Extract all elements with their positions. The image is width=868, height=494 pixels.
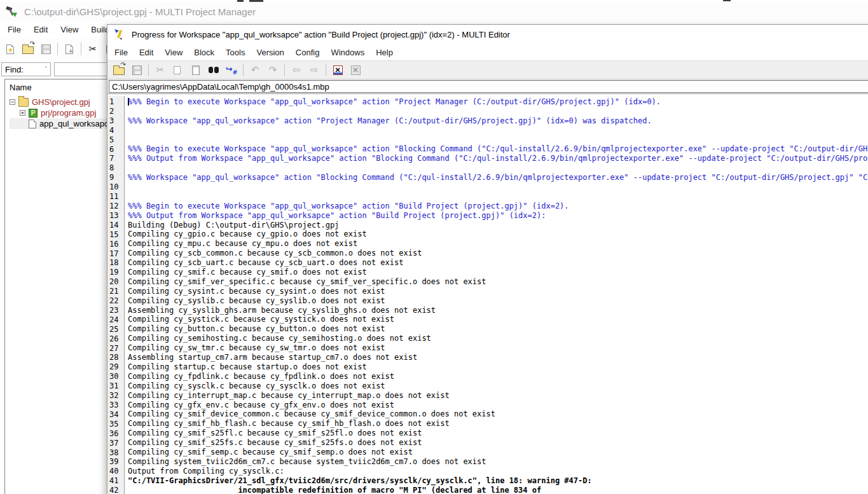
line-number: 3 xyxy=(109,116,124,126)
new-file-button[interactable]: ★ xyxy=(3,41,18,57)
line-number: 36 xyxy=(109,429,124,439)
open-file-button[interactable] xyxy=(111,62,127,78)
output-line: Compiling cy_smif_semp.c because cy_smif… xyxy=(128,448,868,457)
goto-line-button[interactable]: ↪# xyxy=(224,62,239,78)
line-number: 4 xyxy=(109,126,124,135)
cut-button[interactable]: ✂ xyxy=(85,41,100,57)
save-button[interactable] xyxy=(129,62,144,78)
output-line: Compiling cy_interrupt_map.c because cy_… xyxy=(128,391,868,401)
output-line: Compiling system_tviic2d6m_cm7.c because… xyxy=(128,457,868,467)
line-number: 2 xyxy=(109,107,124,116)
close-file-icon: ✕ xyxy=(333,65,343,75)
collapse-icon[interactable]: − xyxy=(10,99,15,105)
line-number: 28 xyxy=(109,353,124,362)
output-line xyxy=(128,126,868,135)
star-icon: ★ xyxy=(8,47,13,53)
redo-icon: ↷ xyxy=(269,65,277,75)
find-button[interactable] xyxy=(206,62,221,78)
multi-editor-icon xyxy=(113,28,126,41)
editor-toolbar: ✂↪#↶↷⇦⇨✕✕ xyxy=(107,60,868,79)
save-button[interactable] xyxy=(38,41,53,57)
output-line: Compiling cy_mpu.c because cy_mpu.o does… xyxy=(128,239,868,249)
output-line xyxy=(128,182,868,192)
file-path-input[interactable] xyxy=(109,80,868,93)
line-number: 11 xyxy=(109,192,124,202)
output-line: Compiling cy_sysint.c because cy_sysint.… xyxy=(128,287,868,296)
toolbar-separator xyxy=(57,43,58,55)
output-line: Compiling cy_sysclk.c because cy_sysclk.… xyxy=(128,381,868,391)
line-number: 7 xyxy=(109,154,124,163)
back-arrow-icon: ⇦ xyxy=(293,65,301,75)
find-dropdown[interactable]: Find: ˇ xyxy=(1,62,51,76)
menu-view[interactable]: View xyxy=(54,22,85,37)
back-button[interactable]: ⇦ xyxy=(289,62,304,78)
output-line: Compiling cy_sw_tmr.c because cy_sw_tmr.… xyxy=(128,343,868,353)
line-number: 10 xyxy=(109,182,124,192)
menu-block[interactable]: Block xyxy=(188,45,220,60)
menu-file[interactable]: File xyxy=(109,45,134,60)
line-number: 13 xyxy=(109,211,124,221)
chevron-down-icon: ˇ xyxy=(45,66,47,73)
close-file-button[interactable]: ✕ xyxy=(330,62,345,78)
output-line: Compiling cy_smif_s25fl.c because cy_smi… xyxy=(128,429,868,438)
output-line: %%% Workspace "app_qul_worksapce" action… xyxy=(128,173,868,182)
toolbar-separator xyxy=(326,64,326,76)
menu-tools[interactable]: Tools xyxy=(220,45,251,60)
project-manager-titlebar[interactable]: C:\output-dir\GHS\project.gpj - MULTI Pr… xyxy=(0,2,868,21)
output-line: Compiling cy_button.c because cy_button.… xyxy=(128,324,868,334)
close-all-icon: ✕ xyxy=(351,65,361,75)
line-number: 16 xyxy=(109,240,124,249)
menu-edit[interactable]: Edit xyxy=(134,45,159,60)
output-line: %%% Begin to execute Workspace "app_qul_… xyxy=(128,144,868,154)
goto-line-icon: ↪# xyxy=(226,64,237,76)
menu-help[interactable]: Help xyxy=(370,45,399,60)
line-number: 34 xyxy=(109,410,124,420)
editor-titlebar[interactable]: Progress for Workspace "app_qul_worksapc… xyxy=(107,25,868,44)
line-number: 35 xyxy=(109,420,124,429)
line-number: 39 xyxy=(109,457,124,467)
add-file-button[interactable]: + xyxy=(62,41,77,57)
save-icon xyxy=(132,65,142,75)
folder-icon xyxy=(18,98,29,107)
toolbar-separator xyxy=(284,64,285,76)
output-line: Assembling cy_syslib_ghs.arm because cy_… xyxy=(128,306,868,315)
output-line: Compiling cy_fpdlink.c because cy_fpdlin… xyxy=(128,372,868,381)
line-number: 17 xyxy=(109,249,124,259)
line-number: 23 xyxy=(109,306,124,315)
tree-item-label: GHS\project.gpj xyxy=(32,97,90,107)
menu-file[interactable]: File xyxy=(1,22,27,37)
line-number: 40 xyxy=(109,467,124,476)
cut-button[interactable]: ✂ xyxy=(153,62,168,78)
line-number: 20 xyxy=(109,277,124,287)
open-project-button[interactable] xyxy=(20,41,36,57)
build-output-text[interactable]: %%% Begin to execute Workspace "app_qul_… xyxy=(125,96,868,494)
redo-button[interactable]: ↷ xyxy=(265,62,280,78)
output-line: Compiling cy_scb_uart.c because cy_scb_u… xyxy=(128,258,868,268)
output-line: Compiling cy_systick.c because cy_systic… xyxy=(128,315,868,324)
editor-window: Progress for Workspace "app_qul_worksapc… xyxy=(107,24,868,494)
close-all-button[interactable]: ✕ xyxy=(348,62,363,78)
paste-button[interactable] xyxy=(188,62,203,78)
line-number: 24 xyxy=(109,315,124,325)
scissors-icon: ✂ xyxy=(156,65,165,75)
copy-icon xyxy=(174,66,181,74)
file-icon xyxy=(29,120,36,128)
menu-version[interactable]: Version xyxy=(251,45,289,60)
editor-text-area[interactable]: 1234567891011121314151617181920212223242… xyxy=(107,96,868,494)
expand-icon[interactable]: + xyxy=(20,110,25,116)
undo-button[interactable]: ↶ xyxy=(247,62,263,78)
forward-button[interactable]: ⇨ xyxy=(307,62,322,78)
paste-icon xyxy=(192,65,200,75)
menu-edit[interactable]: Edit xyxy=(27,22,54,37)
new-file-icon: ★ xyxy=(6,45,14,54)
open-folder-icon xyxy=(113,67,125,75)
copy-button[interactable] xyxy=(170,62,186,78)
output-line: Compiling cy_smif_ver_specific.c because… xyxy=(128,277,868,287)
menu-windows[interactable]: Windows xyxy=(325,45,370,60)
output-line: Compiling cy_syslib.c because cy_syslib.… xyxy=(128,296,868,306)
line-number: 5 xyxy=(109,135,124,145)
menu-config[interactable]: Config xyxy=(290,45,326,60)
save-icon xyxy=(41,45,51,54)
menu-view[interactable]: View xyxy=(159,45,188,60)
line-number: 27 xyxy=(109,344,124,353)
